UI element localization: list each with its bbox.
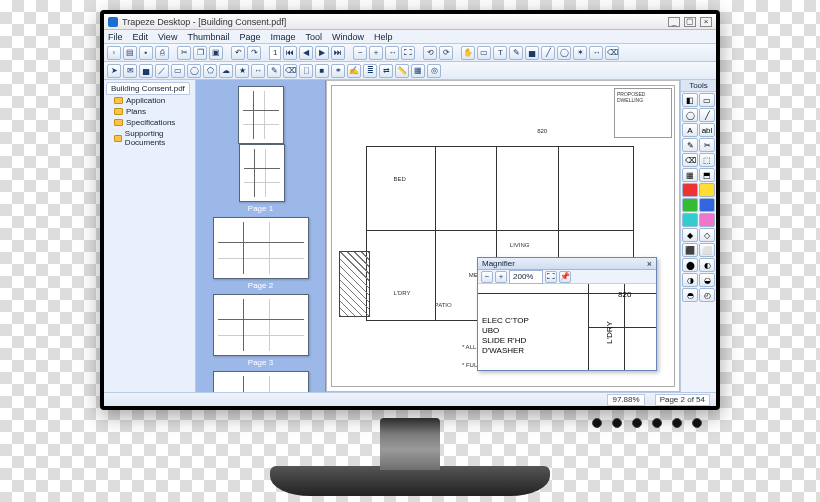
fit-page-icon[interactable]: ⛶ xyxy=(401,46,415,60)
close-button[interactable]: × xyxy=(700,17,712,27)
magnifier-window[interactable]: Magnifier × − ＋ 200% ⛶ 📌 xyxy=(477,257,657,371)
menubar[interactable]: File Edit View Thumbnail Page Image Tool… xyxy=(104,30,716,44)
stamp-tool-icon[interactable]: ✶ xyxy=(573,46,587,60)
crop-annot-icon[interactable]: ⎕ xyxy=(299,64,313,78)
measure-tool-icon[interactable]: ↔ xyxy=(589,46,603,60)
mag-fit-icon[interactable]: ⛶ xyxy=(545,271,557,283)
minimize-button[interactable]: _ xyxy=(668,17,680,27)
print-icon[interactable]: ⎙ xyxy=(155,46,169,60)
file-open-icon[interactable]: ▤ xyxy=(123,46,137,60)
palette-quarter3-icon[interactable]: ◓ xyxy=(682,288,698,302)
palette-color-red[interactable] xyxy=(682,183,698,197)
tree-item-plans[interactable]: Plans xyxy=(106,106,193,117)
thumbnail-page-1[interactable]: Page 1 xyxy=(200,86,321,213)
palette-pen-icon[interactable]: ✎ xyxy=(682,138,698,152)
menu-thumbnail[interactable]: Thumbnail xyxy=(187,32,229,42)
mag-zoom-in-icon[interactable]: ＋ xyxy=(495,271,507,283)
grid-annot-icon[interactable]: ▦ xyxy=(411,64,425,78)
text-tool-icon[interactable]: T xyxy=(493,46,507,60)
menu-window[interactable]: Window xyxy=(332,32,364,42)
ellipse-annot-icon[interactable]: ◯ xyxy=(187,64,201,78)
zoom-in-icon[interactable]: ＋ xyxy=(369,46,383,60)
highlight-tool-icon[interactable]: ▅ xyxy=(525,46,539,60)
palette-box-icon[interactable]: ⬚ xyxy=(699,153,715,167)
menu-tool[interactable]: Tool xyxy=(305,32,322,42)
highlight-annot-icon[interactable]: ▅ xyxy=(139,64,153,78)
palette-opensquare-icon[interactable]: ⬜ xyxy=(699,243,715,257)
palette-color-blue[interactable] xyxy=(699,198,715,212)
tree-tab[interactable]: Building Consent.pdf xyxy=(106,82,190,95)
redact-annot-icon[interactable]: ■ xyxy=(315,64,329,78)
palette-half-icon[interactable]: ⬒ xyxy=(699,168,715,182)
arrow-annot-icon[interactable]: ➤ xyxy=(107,64,121,78)
magnifier-titlebar[interactable]: Magnifier × xyxy=(478,258,656,270)
palette-erase-icon[interactable]: ⌫ xyxy=(682,153,698,167)
menu-view[interactable]: View xyxy=(158,32,177,42)
tree-item-supportingdocs[interactable]: Supporting Documents xyxy=(106,128,193,148)
next-page-icon[interactable]: ▶ xyxy=(315,46,329,60)
thumbnail-page-4[interactable]: Page 4 xyxy=(200,371,321,392)
link-annot-icon[interactable]: ⚭ xyxy=(331,64,345,78)
status-zoom[interactable]: 97.88% xyxy=(607,394,644,406)
line-annot-icon[interactable]: ／ xyxy=(155,64,169,78)
undo-icon[interactable]: ↶ xyxy=(231,46,245,60)
magnifier-viewport[interactable]: ELEC C'TOP UBO SLIDE R'HD D'WASHER L'DRY… xyxy=(478,284,656,370)
measure-annot-icon[interactable]: ↔ xyxy=(251,64,265,78)
palette-halfcircle-icon[interactable]: ◐ xyxy=(699,258,715,272)
cloud-annot-icon[interactable]: ☁ xyxy=(219,64,233,78)
palette-color-cyan[interactable] xyxy=(682,213,698,227)
save-icon[interactable]: ▪ xyxy=(139,46,153,60)
compare-annot-icon[interactable]: ⇄ xyxy=(379,64,393,78)
palette-grid-icon[interactable]: ▦ xyxy=(682,168,698,182)
menu-help[interactable]: Help xyxy=(374,32,393,42)
palette-cut-icon[interactable]: ✂ xyxy=(699,138,715,152)
rotate-left-icon[interactable]: ⟲ xyxy=(423,46,437,60)
palette-circle-icon[interactable]: ◯ xyxy=(682,108,698,122)
poly-annot-icon[interactable]: ⬠ xyxy=(203,64,217,78)
tree-item-application[interactable]: Application xyxy=(106,95,193,106)
mag-zoom-out-icon[interactable]: − xyxy=(481,271,493,283)
palette-rect-icon[interactable]: ▭ xyxy=(699,93,715,107)
hand-tool-icon[interactable]: ✋ xyxy=(461,46,475,60)
palette-fillsquare-icon[interactable]: ⬛ xyxy=(682,243,698,257)
palette-line-icon[interactable]: ╱ xyxy=(699,108,715,122)
palette-color-green[interactable] xyxy=(682,198,698,212)
mag-zoom-field[interactable]: 200% xyxy=(509,270,543,284)
erase-annot-icon[interactable]: ⌫ xyxy=(283,64,297,78)
note-annot-icon[interactable]: ✉ xyxy=(123,64,137,78)
pencil-tool-icon[interactable]: ✎ xyxy=(509,46,523,60)
main-viewer[interactable]: LIVING MEALS GARAGE PATIO L'DRY BED PROP… xyxy=(326,80,680,392)
tree-item-specifications[interactable]: Specifications xyxy=(106,117,193,128)
snap-annot-icon[interactable]: ◎ xyxy=(427,64,441,78)
menu-image[interactable]: Image xyxy=(270,32,295,42)
pen-annot-icon[interactable]: ✎ xyxy=(267,64,281,78)
palette-text-icon[interactable]: A xyxy=(682,123,698,137)
eraser-tool-icon[interactable]: ⌫ xyxy=(605,46,619,60)
file-new-icon[interactable]: ▫ xyxy=(107,46,121,60)
page-number-field[interactable]: 1 xyxy=(269,46,281,60)
palette-quarter4-icon[interactable]: ◴ xyxy=(699,288,715,302)
thumbnail-page-2[interactable]: Page 2 xyxy=(200,217,321,290)
shape-tool-icon[interactable]: ◯ xyxy=(557,46,571,60)
zoom-out-icon[interactable]: − xyxy=(353,46,367,60)
ruler-annot-icon[interactable]: 📏 xyxy=(395,64,409,78)
mag-pin-icon[interactable]: 📌 xyxy=(559,271,571,283)
menu-file[interactable]: File xyxy=(108,32,123,42)
palette-label-icon[interactable]: abl xyxy=(699,123,715,137)
rect-annot-icon[interactable]: ▭ xyxy=(171,64,185,78)
menu-page[interactable]: Page xyxy=(239,32,260,42)
palette-quarter1-icon[interactable]: ◑ xyxy=(682,273,698,287)
palette-select-icon[interactable]: ◧ xyxy=(682,93,698,107)
first-page-icon[interactable]: ⏮ xyxy=(283,46,297,60)
stamp-annot-icon[interactable]: ★ xyxy=(235,64,249,78)
palette-color-pink[interactable] xyxy=(699,213,715,227)
last-page-icon[interactable]: ⏭ xyxy=(331,46,345,60)
signature-annot-icon[interactable]: ✍ xyxy=(347,64,361,78)
menu-edit[interactable]: Edit xyxy=(133,32,149,42)
cut-icon[interactable]: ✂ xyxy=(177,46,191,60)
palette-color-yellow[interactable] xyxy=(699,183,715,197)
magnifier-close-icon[interactable]: × xyxy=(647,259,652,269)
maximize-button[interactable]: ▢ xyxy=(684,17,696,27)
select-tool-icon[interactable]: ▭ xyxy=(477,46,491,60)
layer-annot-icon[interactable]: ≣ xyxy=(363,64,377,78)
